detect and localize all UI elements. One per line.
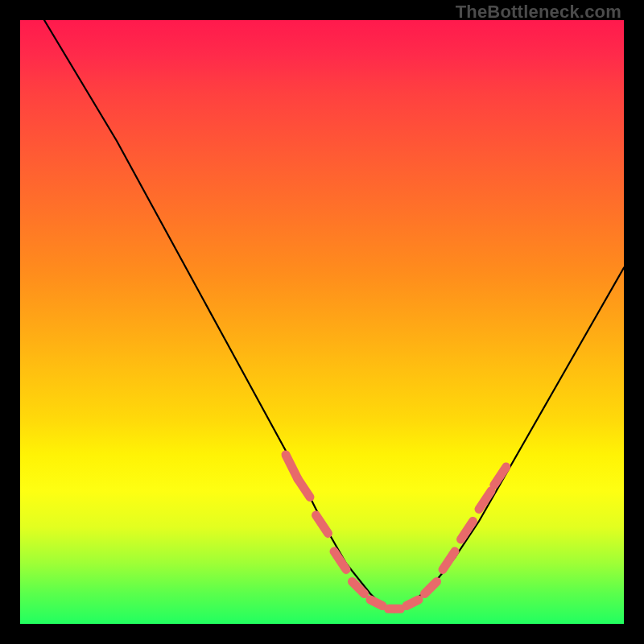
highlight-dash	[407, 600, 419, 606]
chart-frame: TheBottleneck.com	[0, 0, 644, 644]
highlight-dash	[370, 600, 382, 606]
curve-layer	[44, 20, 624, 612]
highlight-dash	[425, 582, 437, 594]
highlight-dash	[334, 551, 346, 570]
chart-svg	[20, 20, 624, 624]
dash-layer	[286, 455, 506, 609]
highlight-dash	[494, 467, 506, 485]
bottleneck-curve	[44, 20, 624, 612]
highlight-dash	[479, 491, 491, 510]
highlight-dash	[461, 522, 473, 540]
highlight-dash	[443, 551, 455, 570]
highlight-dash	[298, 479, 310, 497]
highlight-dash	[316, 515, 328, 534]
